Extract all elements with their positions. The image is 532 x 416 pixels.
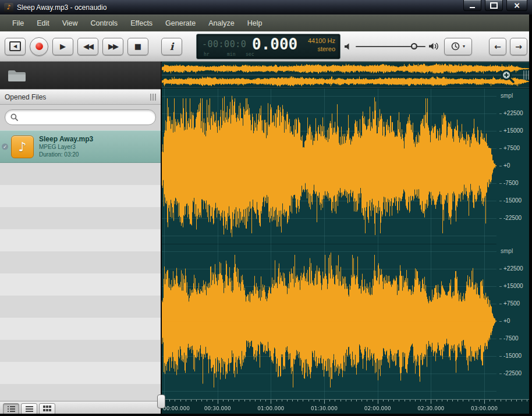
waveform-main[interactable]: [162, 88, 496, 399]
time-unit-label: hr: [204, 52, 210, 57]
detail-list-icon: [8, 406, 15, 412]
scale-value-label: +0: [499, 162, 510, 169]
menu-item-controls[interactable]: Controls: [84, 15, 125, 31]
nav-back-button[interactable]: ←: [489, 38, 506, 55]
minimize-icon: [470, 7, 475, 8]
time-format-dropdown-button[interactable]: ▾: [444, 38, 472, 55]
time-unit-label: sec: [246, 52, 254, 57]
play-button[interactable]: ▶: [52, 38, 73, 55]
volume-high-icon: [429, 42, 440, 50]
record-icon: [36, 42, 43, 50]
view-list-button[interactable]: [21, 403, 37, 415]
waveform-overview-right[interactable]: [162, 76, 532, 87]
grid-icon: [43, 406, 51, 412]
nav-forward-button[interactable]: →: [510, 38, 527, 55]
panel-grip[interactable]: [150, 94, 156, 101]
stop-icon: ■: [134, 42, 141, 51]
view-grid-button[interactable]: [39, 403, 55, 415]
app-window: ♪ Sleep Away.mp3 - ocenaudio × FileEditV…: [0, 0, 532, 416]
search-icon: [10, 113, 18, 121]
file-list-empty-rows: [0, 163, 161, 401]
folder-icon: [7, 68, 27, 83]
app-logo-icon: ♪: [4, 3, 13, 12]
rewind-button[interactable]: ◀◀: [77, 38, 98, 55]
scale-value-label: +0: [499, 318, 510, 325]
info-button[interactable]: i: [161, 38, 182, 55]
waveform-overview-left[interactable]: [162, 63, 532, 74]
window-border-right: [529, 15, 532, 416]
menu-item-edit[interactable]: Edit: [30, 15, 56, 31]
view-detail-button[interactable]: [3, 403, 19, 415]
menu-item-view[interactable]: View: [56, 15, 84, 31]
time-dim-digits: -00:00:0: [202, 39, 246, 49]
zoom-button[interactable]: [500, 69, 516, 84]
time-big-digits: 0.000: [252, 35, 297, 53]
play-icon: ▶: [60, 42, 66, 51]
info-icon: i: [170, 41, 173, 52]
search-row: [0, 105, 161, 130]
skip-to-start-icon: ◀: [9, 41, 21, 51]
clock-icon: [451, 42, 460, 51]
skip-to-start-button[interactable]: ◀: [5, 38, 26, 55]
time-unit-label: min: [227, 52, 235, 57]
panel-title: Opened Files: [5, 93, 46, 101]
file-meta: Sleep Away.mp3 MPEG Layer3 Duration: 03:…: [39, 136, 93, 158]
menubar: FileEditViewControlsEffectsGenerateAnaly…: [0, 15, 532, 31]
rewind-icon: ◀◀: [83, 42, 93, 51]
file-status-icon: ✓: [2, 144, 8, 150]
file-name: Sleep Away.mp3: [39, 136, 93, 143]
navigation-buttons: ← →: [489, 38, 527, 55]
scale-value-label: -22500: [499, 215, 522, 222]
menu-item-effects[interactable]: Effects: [124, 15, 159, 31]
scale-value-label: -22500: [499, 370, 522, 377]
time-unit-labels: hrminsec: [197, 52, 340, 58]
waveform-area: smpl+22500+15000+7500+0-7500-15000-22500…: [162, 62, 532, 416]
volume-slider[interactable]: [356, 42, 425, 51]
titlebar: ♪ Sleep Away.mp3 - ocenaudio ×: [0, 0, 532, 15]
scale-value-label: -15000: [499, 353, 522, 360]
scale-value-label: +22500: [499, 265, 523, 272]
sample-rate-label: 44100 Hz: [308, 37, 335, 44]
fast-forward-icon: ▶▶: [108, 42, 118, 51]
waveform-overview: [162, 62, 532, 88]
menu-item-analyze[interactable]: Analyze: [202, 15, 240, 31]
scale-value-label: +7500: [499, 145, 520, 152]
stop-button[interactable]: ■: [127, 38, 148, 55]
audio-file-icon: ♪: [11, 136, 34, 158]
maximize-icon: [490, 2, 498, 9]
window-controls: ×: [463, 0, 527, 11]
dropdown-arrow-icon: ▾: [463, 44, 465, 49]
record-button[interactable]: [30, 37, 48, 56]
list-icon: [26, 406, 33, 412]
scale-unit-label: smpl: [499, 93, 513, 99]
volume-control: [345, 42, 440, 51]
menu-item-file[interactable]: File: [6, 15, 30, 31]
sidebar: Opened Files ✓ ♪ Sleep Away.mp3 MPEG Lay…: [0, 62, 161, 416]
time-display: -00:00:0 0.000 44100 Hz stereo hrminsec: [196, 34, 341, 59]
panel-splitter-grip[interactable]: [523, 70, 529, 80]
magnifier-plus-icon: [500, 69, 516, 84]
amplitude-scale-column: smpl+22500+15000+7500+0-7500-15000-22500…: [496, 88, 532, 399]
menu-item-help[interactable]: Help: [241, 15, 269, 31]
minimize-button[interactable]: [463, 0, 481, 11]
scale-value-label: -7500: [499, 335, 519, 342]
scale-value-label: +7500: [499, 300, 520, 307]
window-border-bottom: [0, 414, 532, 416]
splitter-handle[interactable]: [157, 394, 165, 408]
volume-knob[interactable]: [411, 43, 417, 49]
menu-item-generate[interactable]: Generate: [159, 15, 202, 31]
window-title: Sleep Away.mp3 - ocenaudio: [17, 3, 107, 12]
scale-unit-label: smpl: [499, 248, 513, 255]
scale-value-label: +22500: [499, 110, 523, 117]
close-button[interactable]: ×: [506, 0, 527, 11]
file-format: MPEG Layer3: [39, 143, 93, 151]
scale-value-label: -7500: [499, 180, 519, 187]
toolbar: ◀ ▶ ◀◀ ▶▶ ■ i -00:00:0 0.000 44100 Hz st…: [0, 31, 532, 62]
file-list-item[interactable]: ✓ ♪ Sleep Away.mp3 MPEG Layer3 Duration:…: [0, 130, 161, 163]
maximize-button[interactable]: [485, 0, 503, 11]
search-input[interactable]: [22, 113, 150, 122]
file-duration: Duration: 03:20: [39, 151, 93, 158]
sidebar-header: [0, 62, 161, 89]
search-field[interactable]: [5, 109, 156, 125]
fast-forward-button[interactable]: ▶▶: [102, 38, 123, 55]
